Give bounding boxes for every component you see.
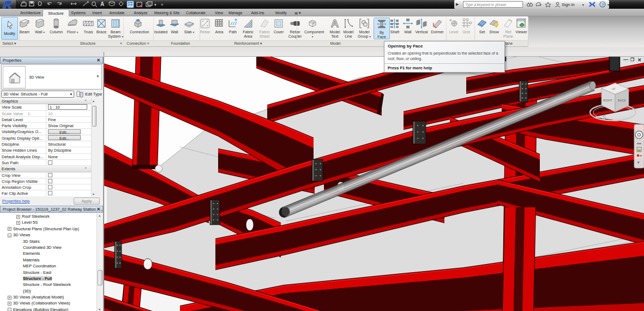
svg-text:A: A	[100, 1, 104, 7]
svg-text:≡: ≡	[161, 3, 163, 7]
svg-text:?: ?	[601, 2, 604, 7]
svg-text:✕: ✕	[637, 57, 642, 63]
svg-text:x: x	[140, 3, 142, 8]
svg-text:RIGHT: RIGHT	[603, 99, 613, 102]
svg-text:▾: ▾	[637, 160, 640, 164]
svg-text:UP: UP	[612, 88, 615, 91]
svg-text:❐: ❐	[630, 57, 634, 62]
svg-text:BACK: BACK	[618, 99, 626, 102]
svg-text:S: S	[602, 114, 606, 121]
svg-text:▾: ▾	[154, 3, 157, 7]
svg-text:—: —	[623, 57, 628, 62]
